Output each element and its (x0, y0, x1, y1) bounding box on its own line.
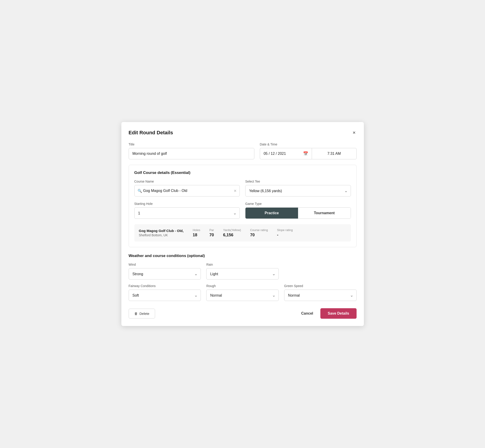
trash-icon: 🗑 (134, 312, 138, 315)
date-field[interactable]: 05 / 12 / 2021 📅 (260, 148, 312, 159)
yards-stat: Yards(Yellow) 6,156 (223, 228, 241, 237)
footer-right: Cancel Save Details (299, 308, 356, 319)
time-field[interactable]: 7:31 AM (312, 148, 356, 159)
slope-rating-value: - (277, 233, 278, 237)
golf-course-title: Golf Course details (Essential) (134, 170, 351, 175)
slope-rating-label: Slope rating (277, 228, 293, 232)
game-type-group: Game Type Practice Tournament (245, 202, 351, 219)
modal-title: Edit Round Details (129, 130, 173, 136)
course-rating-stat: Course rating 70 (250, 228, 268, 237)
select-tee-wrap: Yellow (6,156 yards) White Red ⌄ (245, 185, 351, 196)
course-search-wrap: 🔍 ✕ (134, 185, 240, 196)
save-button[interactable]: Save Details (320, 308, 356, 319)
slope-rating-stat: Slope rating - (277, 228, 293, 237)
edit-round-modal: Edit Round Details × Title Date & Time 0… (121, 122, 364, 326)
modal-header: Edit Round Details × (129, 129, 356, 136)
search-icon: 🔍 (137, 189, 142, 193)
wind-select-wrap: Calm Light Moderate Strong Very Strong ⌄ (129, 268, 201, 280)
date-time-fields: 05 / 12 / 2021 📅 7:31 AM (260, 148, 356, 159)
holes-stat: Holes 18 (193, 228, 200, 237)
date-value: 05 / 12 / 2021 (264, 152, 286, 156)
starting-hole-dropdown[interactable]: 1 2 10 (134, 207, 240, 219)
title-group: Title (129, 143, 254, 159)
select-tee-label: Select Tee (245, 180, 351, 183)
wind-label: Wind (129, 263, 201, 266)
course-info-name: Gog Magog Golf Club - Old, (139, 229, 184, 233)
par-label: Par (209, 228, 214, 232)
datetime-group: Date & Time 05 / 12 / 2021 📅 7:31 AM (260, 143, 356, 159)
fairway-select-wrap: Dry Normal Soft Wet ⌄ (129, 289, 201, 301)
green-speed-label: Green Speed (284, 284, 356, 288)
yards-value: 6,156 (223, 233, 233, 237)
title-datetime-row: Title Date & Time 05 / 12 / 2021 📅 7:31 … (129, 143, 356, 159)
fairway-group: Fairway Conditions Dry Normal Soft Wet ⌄ (129, 284, 201, 301)
course-info-details: Gog Magog Golf Club - Old, Shelford Bott… (139, 229, 184, 237)
calendar-icon: 📅 (303, 151, 308, 156)
clear-icon[interactable]: ✕ (234, 189, 237, 193)
wind-rain-row: Wind Calm Light Moderate Strong Very Str… (129, 263, 356, 280)
course-rating-label: Course rating (250, 228, 268, 232)
course-info-location: Shelford Bottom, UK (139, 233, 184, 237)
rain-select-wrap: None Light Moderate Heavy ⌄ (206, 268, 279, 280)
fairway-label: Fairway Conditions (129, 284, 201, 288)
delete-button[interactable]: 🗑 Delete (129, 309, 155, 319)
select-tee-dropdown[interactable]: Yellow (6,156 yards) White Red (245, 185, 351, 196)
starting-hole-group: Starting Hole 1 2 10 ⌄ (134, 202, 240, 219)
fairway-dropdown[interactable]: Dry Normal Soft Wet (129, 289, 201, 301)
course-name-group: Course Name 🔍 ✕ (134, 180, 240, 196)
close-button[interactable]: × (352, 129, 356, 136)
starting-hole-wrap: 1 2 10 ⌄ (134, 207, 240, 219)
rough-label: Rough (206, 284, 279, 288)
par-value: 70 (209, 233, 214, 237)
rough-select-wrap: Short Normal Long Very Long ⌄ (206, 289, 279, 301)
title-label: Title (129, 143, 254, 146)
weather-section: Weather and course conditions (optional)… (129, 254, 356, 301)
rough-group: Rough Short Normal Long Very Long ⌄ (206, 284, 279, 301)
course-info-box: Gog Magog Golf Club - Old, Shelford Bott… (134, 224, 351, 241)
course-tee-row: Course Name 🔍 ✕ Select Tee Yellow (6,156… (134, 180, 351, 196)
select-tee-group: Select Tee Yellow (6,156 yards) White Re… (245, 180, 351, 196)
rough-dropdown[interactable]: Short Normal Long Very Long (206, 289, 279, 301)
golf-course-section: Golf Course details (Essential) Course N… (129, 165, 356, 247)
starting-hole-label: Starting Hole (134, 202, 240, 206)
course-name-input[interactable] (134, 185, 240, 196)
footer-row: 🗑 Delete Cancel Save Details (129, 308, 356, 319)
rain-label: Rain (206, 263, 279, 266)
holes-value: 18 (193, 233, 197, 237)
holes-label: Holes (193, 228, 200, 232)
course-name-label: Course Name (134, 180, 240, 183)
wind-dropdown[interactable]: Calm Light Moderate Strong Very Strong (129, 268, 201, 280)
wind-group: Wind Calm Light Moderate Strong Very Str… (129, 263, 201, 280)
par-stat: Par 70 (209, 228, 214, 237)
hole-gametype-row: Starting Hole 1 2 10 ⌄ Game Type Practic… (134, 202, 351, 219)
title-input[interactable] (129, 148, 254, 159)
conditions-row: Fairway Conditions Dry Normal Soft Wet ⌄… (129, 284, 356, 301)
time-value: 7:31 AM (327, 152, 341, 156)
yards-label: Yards(Yellow) (223, 228, 241, 232)
green-speed-group: Green Speed Slow Normal Fast Very Fast ⌄ (284, 284, 356, 301)
datetime-label: Date & Time (260, 143, 356, 146)
course-rating-value: 70 (250, 233, 255, 237)
weather-section-title: Weather and course conditions (optional) (129, 254, 356, 258)
green-speed-select-wrap: Slow Normal Fast Very Fast ⌄ (284, 289, 356, 301)
green-speed-dropdown[interactable]: Slow Normal Fast Very Fast (284, 289, 356, 301)
course-stats: Holes 18 Par 70 Yards(Yellow) 6,156 Cour… (193, 228, 293, 237)
delete-label: Delete (140, 312, 149, 315)
practice-button[interactable]: Practice (245, 208, 298, 218)
rain-dropdown[interactable]: None Light Moderate Heavy (206, 268, 279, 280)
tournament-button[interactable]: Tournament (298, 208, 351, 218)
rain-group: Rain None Light Moderate Heavy ⌄ (206, 263, 279, 280)
game-type-toggle: Practice Tournament (245, 207, 351, 219)
cancel-button[interactable]: Cancel (299, 309, 315, 318)
game-type-label: Game Type (245, 202, 351, 206)
